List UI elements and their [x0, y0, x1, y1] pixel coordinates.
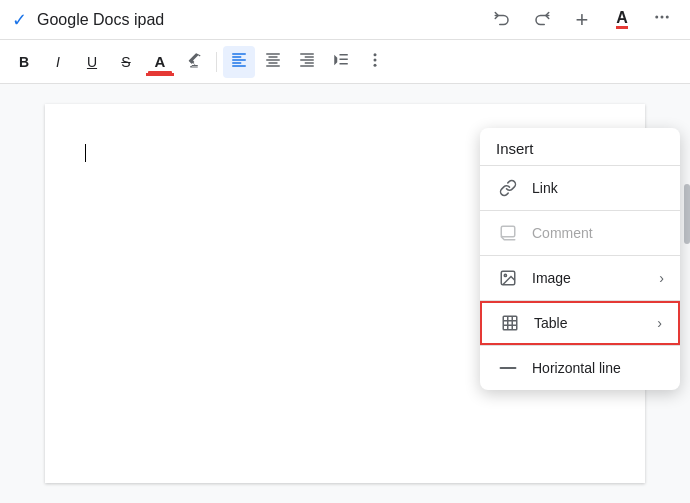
hline-label: Horizontal line	[532, 360, 664, 376]
svg-point-2	[666, 16, 669, 19]
svg-rect-6	[501, 226, 515, 237]
image-icon	[496, 266, 520, 290]
separator-1	[216, 52, 217, 72]
line-spacing-icon	[332, 51, 350, 72]
svg-point-1	[661, 16, 664, 19]
font-color-toolbar-button[interactable]: A	[144, 46, 176, 78]
font-color-label: A	[155, 53, 166, 70]
svg-point-5	[374, 64, 377, 67]
title-actions: + A	[486, 4, 678, 36]
align-left-icon	[230, 51, 248, 72]
scroll-indicator[interactable]	[684, 184, 690, 244]
insert-table-item[interactable]: Table ›	[480, 301, 680, 345]
insert-hline-item[interactable]: Horizontal line	[480, 346, 680, 390]
add-icon: +	[576, 7, 589, 33]
align-center-icon	[264, 51, 282, 72]
underline-button[interactable]: U	[76, 46, 108, 78]
svg-point-8	[504, 274, 506, 276]
add-button[interactable]: +	[566, 4, 598, 36]
link-icon	[496, 176, 520, 200]
link-label: Link	[532, 180, 664, 196]
align-right-icon	[298, 51, 316, 72]
redo-icon	[533, 8, 551, 31]
table-label: Table	[534, 315, 657, 331]
insert-comment-item: Comment	[480, 211, 680, 255]
highlight-button[interactable]	[178, 46, 210, 78]
doc-area: Insert Link Comment	[0, 84, 690, 503]
more-options-button[interactable]	[359, 46, 391, 78]
redo-button[interactable]	[526, 4, 558, 36]
align-left-button[interactable]	[223, 46, 255, 78]
align-center-button[interactable]	[257, 46, 289, 78]
image-arrow-icon: ›	[659, 270, 664, 286]
title-bar: ✓ Google Docs ipad + A	[0, 0, 690, 40]
line-spacing-button[interactable]	[325, 46, 357, 78]
strikethrough-button[interactable]: S	[110, 46, 142, 78]
align-right-button[interactable]	[291, 46, 323, 78]
more-icon	[653, 8, 671, 31]
bold-button[interactable]: B	[8, 46, 40, 78]
text-cursor	[85, 144, 86, 162]
comment-icon	[496, 221, 520, 245]
table-icon	[498, 311, 522, 335]
font-color-bar	[148, 71, 172, 74]
font-color-button[interactable]: A	[606, 4, 638, 36]
highlight-icon	[185, 51, 203, 72]
check-icon: ✓	[12, 9, 27, 31]
hline-icon	[496, 356, 520, 380]
svg-point-4	[374, 59, 377, 62]
doc-title: Google Docs ipad	[37, 11, 486, 29]
insert-dropdown: Insert Link Comment	[480, 128, 680, 390]
comment-label: Comment	[532, 225, 664, 241]
toolbar: B I U S A	[0, 40, 690, 84]
dropdown-header: Insert	[480, 128, 680, 166]
svg-rect-9	[503, 316, 517, 330]
undo-button[interactable]	[486, 4, 518, 36]
italic-button[interactable]: I	[42, 46, 74, 78]
insert-link-item[interactable]: Link	[480, 166, 680, 210]
svg-point-3	[374, 53, 377, 56]
image-label: Image	[532, 270, 659, 286]
table-arrow-icon: ›	[657, 315, 662, 331]
font-icon: A	[616, 10, 628, 29]
more-options-icon	[366, 51, 384, 72]
svg-point-0	[655, 16, 658, 19]
insert-image-item[interactable]: Image ›	[480, 256, 680, 300]
undo-icon	[493, 8, 511, 31]
more-button[interactable]	[646, 4, 678, 36]
